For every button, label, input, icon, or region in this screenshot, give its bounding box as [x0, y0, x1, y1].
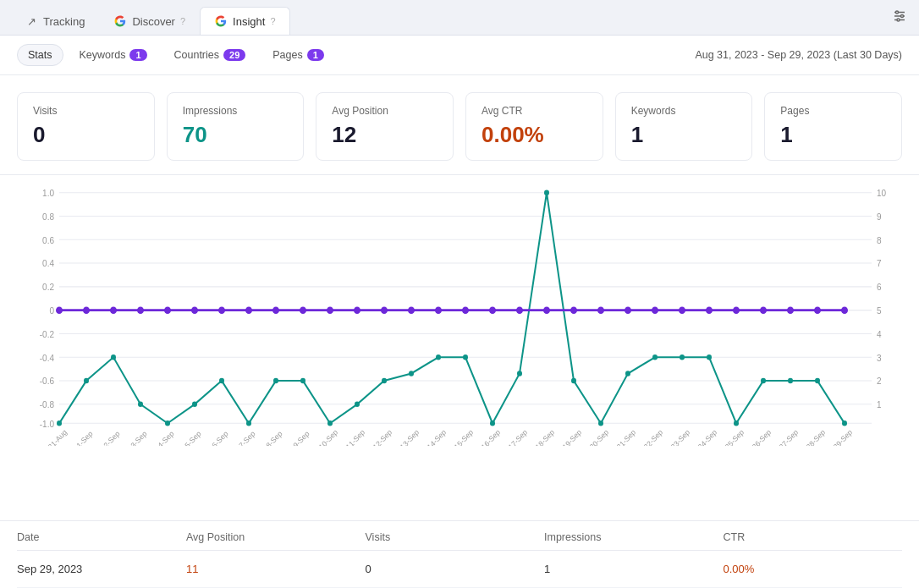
- sub-tab-stats[interactable]: Stats: [17, 44, 63, 66]
- top-tabs-bar: ↗ Tracking Discover ? Insight ?: [0, 0, 919, 36]
- svg-text:21-Sep: 21-Sep: [615, 427, 637, 446]
- pages-badge: 1: [307, 49, 324, 61]
- svg-text:22-Sep: 22-Sep: [642, 427, 664, 446]
- tab-tracking[interactable]: ↗ Tracking: [10, 7, 99, 35]
- svg-point-94: [760, 306, 767, 314]
- svg-point-53: [463, 354, 468, 360]
- avg-position-value: 12: [332, 122, 437, 148]
- line-chart: 1.0 0.8 0.6 0.4 0.2 0 -0.2 -0.4 -0.6 -0.…: [17, 184, 902, 446]
- sub-tab-keywords-label: Keywords: [80, 49, 126, 61]
- svg-text:4-Sep: 4-Sep: [157, 429, 176, 446]
- keywords-badge: 1: [129, 49, 146, 61]
- sub-tabs-bar: Stats Keywords 1 Countries 29 Pages 1 Au…: [0, 36, 919, 75]
- svg-point-84: [489, 306, 496, 314]
- avg-ctr-label: Avg CTR: [482, 105, 587, 117]
- tab-insight[interactable]: Insight ?: [200, 7, 289, 35]
- svg-text:16-Sep: 16-Sep: [480, 427, 502, 446]
- svg-point-66: [815, 378, 820, 383]
- row-impressions: 1: [544, 563, 724, 575]
- svg-text:6-Sep: 6-Sep: [211, 429, 230, 446]
- svg-text:6: 6: [877, 283, 882, 292]
- data-table: Date Avg Position Visits Impressions CTR…: [0, 520, 919, 588]
- tab-insight-label: Insight: [233, 15, 265, 28]
- teal-line: [59, 193, 845, 424]
- svg-point-45: [246, 420, 251, 426]
- avg-position-label: Avg Position: [332, 105, 437, 117]
- svg-point-47: [300, 378, 305, 383]
- svg-text:1-Sep: 1-Sep: [75, 429, 95, 446]
- avg-ctr-value: 0.00%: [482, 122, 587, 148]
- settings-button[interactable]: [892, 8, 907, 26]
- svg-text:23-Sep: 23-Sep: [669, 427, 691, 446]
- svg-text:5: 5: [877, 306, 882, 316]
- svg-text:13-Sep: 13-Sep: [399, 427, 421, 446]
- svg-point-69: [83, 306, 90, 314]
- svg-text:10: 10: [877, 189, 886, 198]
- sub-tab-countries[interactable]: Countries 29: [163, 44, 257, 66]
- svg-point-93: [733, 306, 740, 314]
- svg-point-65: [788, 378, 793, 383]
- table-header: Date Avg Position Visits Impressions CTR: [17, 521, 902, 551]
- svg-point-85: [516, 306, 523, 314]
- svg-text:14-Sep: 14-Sep: [426, 427, 448, 446]
- svg-text:3: 3: [877, 353, 882, 362]
- svg-text:10-Sep: 10-Sep: [317, 427, 339, 446]
- svg-point-95: [787, 306, 794, 314]
- sub-tab-countries-label: Countries: [174, 49, 220, 61]
- svg-text:24-Sep: 24-Sep: [696, 427, 718, 446]
- tab-tracking-label: Tracking: [43, 15, 85, 28]
- svg-point-48: [327, 420, 333, 426]
- svg-point-75: [245, 306, 252, 314]
- visits-value: 0: [33, 122, 139, 148]
- tab-discover-label: Discover: [132, 15, 175, 28]
- svg-point-87: [570, 306, 577, 314]
- sub-tab-pages-label: Pages: [272, 49, 302, 61]
- svg-text:1.0: 1.0: [42, 189, 54, 198]
- svg-point-72: [164, 306, 171, 314]
- sub-tab-pages[interactable]: Pages 1: [261, 44, 335, 66]
- svg-point-86: [543, 306, 550, 314]
- svg-point-70: [110, 306, 117, 314]
- svg-text:0: 0: [49, 306, 54, 316]
- svg-text:11-Sep: 11-Sep: [344, 427, 366, 446]
- svg-text:9: 9: [877, 212, 882, 221]
- svg-point-67: [842, 420, 847, 426]
- svg-text:27-Sep: 27-Sep: [778, 427, 800, 446]
- svg-text:15-Sep: 15-Sep: [453, 427, 475, 446]
- svg-point-73: [191, 306, 198, 314]
- svg-point-71: [137, 306, 144, 314]
- keywords-label: Keywords: [631, 105, 737, 117]
- svg-text:-1.0: -1.0: [40, 419, 54, 428]
- svg-point-51: [409, 371, 414, 376]
- svg-text:-0.6: -0.6: [40, 376, 54, 386]
- sub-tab-stats-label: Stats: [28, 49, 52, 61]
- svg-point-39: [84, 378, 89, 383]
- svg-text:4: 4: [877, 329, 882, 338]
- svg-point-42: [165, 420, 170, 426]
- col-header-visits: Visits: [366, 531, 545, 543]
- sub-tab-keywords[interactable]: Keywords 1: [69, 44, 158, 66]
- svg-point-63: [734, 420, 739, 426]
- svg-point-83: [462, 306, 469, 314]
- insight-google-icon: [214, 14, 228, 28]
- svg-point-59: [625, 371, 630, 376]
- chart-area: 1.0 0.8 0.6 0.4 0.2 0 -0.2 -0.4 -0.6 -0.…: [0, 175, 919, 520]
- table-row: Sep 29, 2023 11 0 1 0.00%: [17, 551, 902, 588]
- svg-point-62: [707, 354, 712, 360]
- svg-point-88: [597, 306, 604, 314]
- svg-text:1: 1: [877, 400, 882, 409]
- keywords-value: 1: [631, 122, 737, 148]
- stat-card-avg-position: Avg Position 12: [316, 92, 454, 161]
- svg-point-4: [901, 15, 904, 18]
- svg-point-58: [598, 420, 603, 426]
- insight-help-icon: ?: [270, 16, 275, 26]
- svg-point-46: [273, 378, 278, 383]
- svg-point-77: [300, 306, 306, 314]
- svg-point-97: [841, 306, 848, 314]
- svg-point-89: [625, 306, 631, 314]
- stat-card-visits: Visits 0: [17, 92, 155, 161]
- svg-point-52: [436, 354, 441, 360]
- svg-point-92: [706, 306, 713, 314]
- tab-discover[interactable]: Discover ?: [99, 7, 200, 35]
- svg-text:2: 2: [877, 376, 882, 386]
